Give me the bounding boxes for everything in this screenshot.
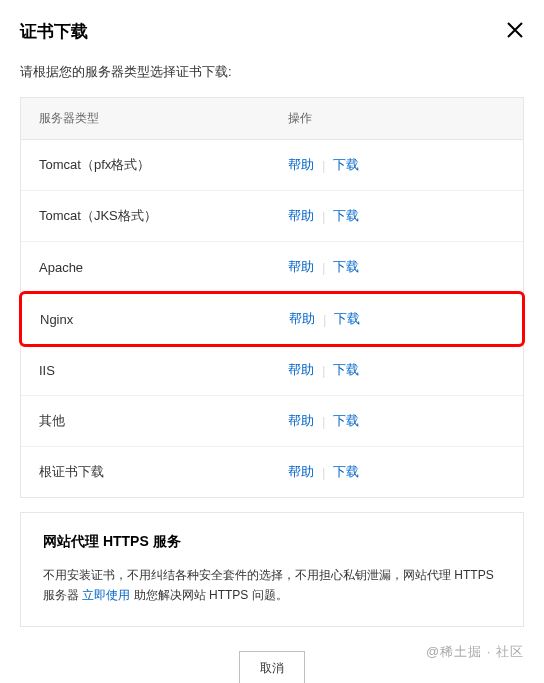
- download-link[interactable]: 下载: [333, 361, 359, 379]
- server-type-label: Nginx: [22, 296, 271, 343]
- table-row: Tomcat（pfx格式）帮助|下载: [21, 140, 523, 191]
- download-link[interactable]: 下载: [333, 463, 359, 481]
- action-cell: 帮助|下载: [270, 447, 523, 497]
- https-proxy-info: 网站代理 HTTPS 服务 不用安装证书，不用纠结各种安全套件的选择，不用担心私…: [20, 512, 524, 627]
- help-link[interactable]: 帮助: [288, 412, 314, 430]
- download-link[interactable]: 下载: [333, 156, 359, 174]
- action-divider: |: [322, 158, 325, 173]
- use-now-link[interactable]: 立即使用: [82, 588, 130, 602]
- table-row: Tomcat（JKS格式）帮助|下载: [21, 191, 523, 242]
- download-link[interactable]: 下载: [333, 258, 359, 276]
- download-link[interactable]: 下载: [333, 207, 359, 225]
- action-cell: 帮助|下载: [270, 191, 523, 241]
- info-title: 网站代理 HTTPS 服务: [43, 533, 501, 551]
- help-link[interactable]: 帮助: [288, 156, 314, 174]
- dialog-header: 证书下载: [20, 20, 524, 43]
- server-type-label: IIS: [21, 347, 270, 394]
- action-cell: 帮助|下载: [271, 294, 522, 344]
- action-divider: |: [322, 209, 325, 224]
- cert-table: 服务器类型 操作 Tomcat（pfx格式）帮助|下载Tomcat（JKS格式）…: [20, 97, 524, 498]
- server-type-label: 根证书下载: [21, 447, 270, 497]
- help-link[interactable]: 帮助: [288, 463, 314, 481]
- action-divider: |: [322, 465, 325, 480]
- table-row: IIS帮助|下载: [21, 345, 523, 396]
- info-text-after: 助您解决网站 HTTPS 问题。: [130, 588, 287, 602]
- col-header-action: 操作: [270, 98, 523, 139]
- download-link[interactable]: 下载: [334, 310, 360, 328]
- action-divider: |: [323, 312, 326, 327]
- col-header-type: 服务器类型: [21, 98, 270, 139]
- action-cell: 帮助|下载: [270, 140, 523, 190]
- help-link[interactable]: 帮助: [289, 310, 315, 328]
- close-icon[interactable]: [506, 21, 524, 43]
- dialog-title: 证书下载: [20, 20, 88, 43]
- server-type-label: Tomcat（JKS格式）: [21, 191, 270, 241]
- action-divider: |: [322, 414, 325, 429]
- table-row: Nginx帮助|下载: [19, 291, 525, 347]
- info-text: 不用安装证书，不用纠结各种安全套件的选择，不用担心私钥泄漏，网站代理 HTTPS…: [43, 565, 501, 606]
- action-cell: 帮助|下载: [270, 396, 523, 446]
- action-cell: 帮助|下载: [270, 345, 523, 395]
- dialog-subtitle: 请根据您的服务器类型选择证书下载:: [20, 63, 524, 81]
- action-divider: |: [322, 260, 325, 275]
- help-link[interactable]: 帮助: [288, 361, 314, 379]
- help-link[interactable]: 帮助: [288, 258, 314, 276]
- action-divider: |: [322, 363, 325, 378]
- server-type-label: Apache: [21, 244, 270, 291]
- help-link[interactable]: 帮助: [288, 207, 314, 225]
- action-cell: 帮助|下载: [270, 242, 523, 292]
- server-type-label: 其他: [21, 396, 270, 446]
- server-type-label: Tomcat（pfx格式）: [21, 140, 270, 190]
- table-row: 其他帮助|下载: [21, 396, 523, 447]
- cancel-button[interactable]: 取消: [239, 651, 305, 683]
- table-row: Apache帮助|下载: [21, 242, 523, 293]
- table-header: 服务器类型 操作: [21, 98, 523, 140]
- table-row: 根证书下载帮助|下载: [21, 447, 523, 497]
- download-link[interactable]: 下载: [333, 412, 359, 430]
- watermark: @稀土掘 · 社区: [426, 643, 524, 661]
